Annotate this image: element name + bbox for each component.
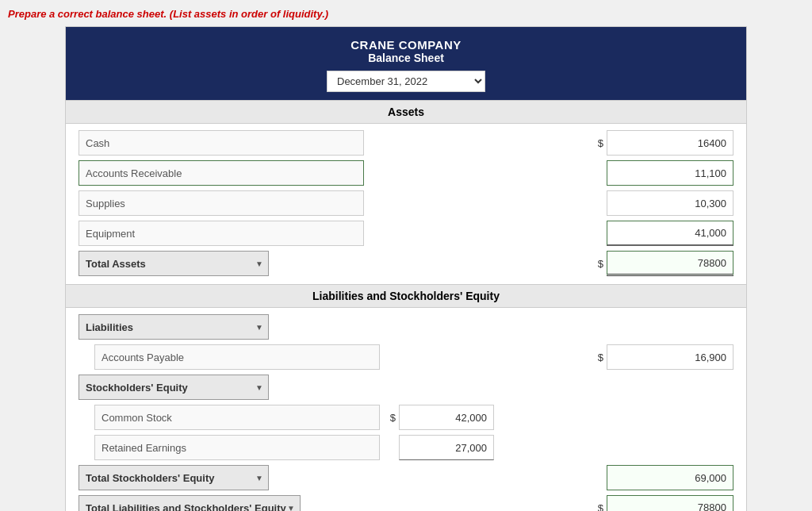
date-select[interactable]: December 31, 2022 bbox=[327, 71, 485, 92]
lse-section: Liabilities ▼ Accounts Payable $ 16,900 … bbox=[66, 308, 746, 511]
total-assets-value[interactable]: 78800 bbox=[607, 251, 733, 276]
assets-section-header: Assets bbox=[66, 100, 746, 124]
common-stock-dollar: $ bbox=[385, 412, 396, 424]
total-assets-dollar: $ bbox=[592, 258, 603, 270]
total-assets-dropdown-icon: ▼ bbox=[255, 259, 263, 268]
balance-sheet-header: CRANE COMPANY Balance Sheet December 31,… bbox=[66, 27, 746, 100]
page-header: Prepare a correct balance sheet. (List a… bbox=[8, 8, 804, 20]
liabilities-label-row: Liabilities ▼ bbox=[79, 314, 733, 340]
supplies-row: Supplies 10,300 bbox=[79, 190, 733, 216]
retained-earnings-row: Retained Earnings 27,000 bbox=[79, 435, 733, 460]
cash-value[interactable]: 16400 bbox=[607, 130, 733, 156]
supplies-label: Supplies bbox=[79, 190, 364, 216]
total-assets-label[interactable]: Total Assets ▼ bbox=[79, 251, 269, 276]
accounts-receivable-label: Accounts Receivable bbox=[79, 160, 364, 186]
header-text: Prepare a correct balance sheet. bbox=[8, 8, 167, 20]
company-name: CRANE COMPANY bbox=[74, 38, 738, 52]
accounts-payable-label: Accounts Payable bbox=[94, 344, 380, 370]
total-stockholders-equity-row: Total Stockholders' Equity ▼ 69,000 bbox=[79, 465, 733, 490]
total-stockholders-equity-value[interactable]: 69,000 bbox=[607, 465, 733, 490]
cash-dollar: $ bbox=[592, 137, 603, 149]
stockholders-equity-label[interactable]: Stockholders' Equity ▼ bbox=[79, 375, 269, 400]
liabilities-dropdown-icon: ▼ bbox=[255, 323, 263, 332]
assets-section: Cash $ 16400 Accounts Receivable 11,100 … bbox=[66, 124, 746, 284]
accounts-payable-row: Accounts Payable $ 16,900 bbox=[79, 344, 733, 370]
supplies-value[interactable]: 10,300 bbox=[607, 190, 733, 216]
equipment-label: Equipment bbox=[79, 221, 364, 246]
accounts-receivable-row: Accounts Receivable 11,100 bbox=[79, 160, 733, 186]
accounts-payable-dollar: $ bbox=[592, 352, 603, 363]
retained-earnings-dollar-spacer bbox=[385, 442, 396, 454]
common-stock-row: Common Stock $ 42,000 bbox=[79, 405, 733, 430]
date-selector-wrap: December 31, 2022 bbox=[74, 71, 738, 92]
accounts-receivable-value[interactable]: 11,100 bbox=[607, 160, 733, 186]
lse-section-header: Liabilities and Stockholders' Equity bbox=[66, 284, 746, 308]
total-lse-row: Total Liabilities and Stockholders' Equi… bbox=[79, 495, 733, 511]
cash-row: Cash $ 16400 bbox=[79, 130, 733, 156]
total-stockholders-equity-label[interactable]: Total Stockholders' Equity ▼ bbox=[79, 465, 269, 490]
stockholders-equity-dropdown-icon: ▼ bbox=[255, 383, 263, 392]
stockholders-equity-label-row: Stockholders' Equity ▼ bbox=[79, 375, 733, 400]
total-lse-dropdown-icon: ▼ bbox=[287, 504, 295, 512]
retained-earnings-value[interactable]: 27,000 bbox=[399, 435, 494, 460]
sheet-title: Balance Sheet bbox=[74, 52, 738, 64]
equipment-row: Equipment 41,000 bbox=[79, 221, 733, 246]
retained-earnings-label: Retained Earnings bbox=[94, 435, 380, 460]
total-se-dropdown-icon: ▼ bbox=[255, 474, 263, 482]
equipment-value[interactable]: 41,000 bbox=[607, 221, 733, 246]
total-lse-value[interactable]: 78800 bbox=[607, 495, 733, 511]
total-lse-dollar: $ bbox=[592, 502, 603, 512]
total-lse-label[interactable]: Total Liabilities and Stockholders' Equi… bbox=[79, 495, 301, 511]
cash-label: Cash bbox=[79, 130, 364, 156]
balance-sheet: CRANE COMPANY Balance Sheet December 31,… bbox=[65, 26, 747, 511]
liabilities-label[interactable]: Liabilities ▼ bbox=[79, 314, 269, 340]
total-assets-row: Total Assets ▼ $ 78800 bbox=[79, 251, 733, 276]
common-stock-label: Common Stock bbox=[94, 405, 380, 430]
header-instruction: (List assets in order of liquidity.) bbox=[170, 8, 328, 20]
accounts-payable-value[interactable]: 16,900 bbox=[607, 344, 733, 370]
common-stock-value[interactable]: 42,000 bbox=[399, 405, 494, 430]
